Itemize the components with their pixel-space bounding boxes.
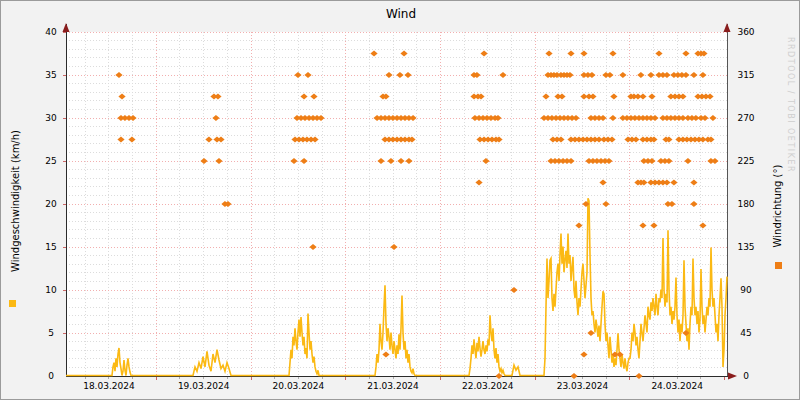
wind-direction-legend-marker bbox=[775, 262, 782, 269]
wind-chart-page: { "title": "Wind", "watermark": "RRDTOOL… bbox=[0, 0, 800, 400]
chart-title: Wind bbox=[1, 7, 800, 21]
left-axis-tick-label: 5 bbox=[48, 328, 54, 338]
left-axis-tick-label: 10 bbox=[45, 285, 57, 295]
right-axis-label: Windrichtung (°) bbox=[772, 165, 783, 248]
left-axis-label: Windgeschwindigkeit (km/h) bbox=[10, 130, 21, 272]
chart-canvas: 0510152025303540045901351802252703153601… bbox=[1, 1, 800, 400]
x-axis-tick-label: 24.03.2024 bbox=[651, 381, 703, 391]
right-axis-tick-label: 45 bbox=[740, 328, 751, 338]
right-axis-tick-label: 315 bbox=[737, 70, 754, 80]
right-axis-tick-label: 270 bbox=[737, 113, 754, 123]
x-axis-tick-label: 21.03.2024 bbox=[367, 381, 419, 391]
left-axis-tick-label: 20 bbox=[45, 199, 57, 209]
wind-speed-legend-marker bbox=[9, 300, 16, 307]
left-axis-tick-label: 30 bbox=[45, 113, 57, 123]
x-axis-tick-label: 20.03.2024 bbox=[273, 381, 325, 391]
x-axis-tick-label: 19.03.2024 bbox=[178, 381, 230, 391]
watermark-text: RRDTOOL / TOBI OETIKER bbox=[786, 37, 795, 173]
right-axis-tick-label: 90 bbox=[740, 285, 752, 295]
x-axis-arrow-icon bbox=[728, 373, 737, 380]
x-axis-tick-label: 23.03.2024 bbox=[557, 381, 609, 391]
left-axis-tick-label: 35 bbox=[45, 70, 56, 80]
x-axis-tick-label: 18.03.2024 bbox=[83, 381, 135, 391]
right-axis-tick-label: 135 bbox=[737, 242, 754, 252]
right-axis-tick-label: 360 bbox=[737, 27, 754, 37]
right-axis-tick-label: 225 bbox=[737, 156, 754, 166]
left-axis-tick-label: 15 bbox=[45, 242, 56, 252]
left-axis-arrow-icon bbox=[63, 23, 70, 32]
x-axis-tick-label: 22.03.2024 bbox=[462, 381, 514, 391]
right-axis-tick-label: 0 bbox=[743, 371, 749, 381]
right-axis-arrow-icon bbox=[724, 23, 731, 32]
left-axis-tick-label: 40 bbox=[45, 27, 57, 37]
right-axis-tick-label: 180 bbox=[737, 199, 754, 209]
left-axis-tick-label: 25 bbox=[45, 156, 56, 166]
left-axis-tick-label: 0 bbox=[48, 371, 54, 381]
